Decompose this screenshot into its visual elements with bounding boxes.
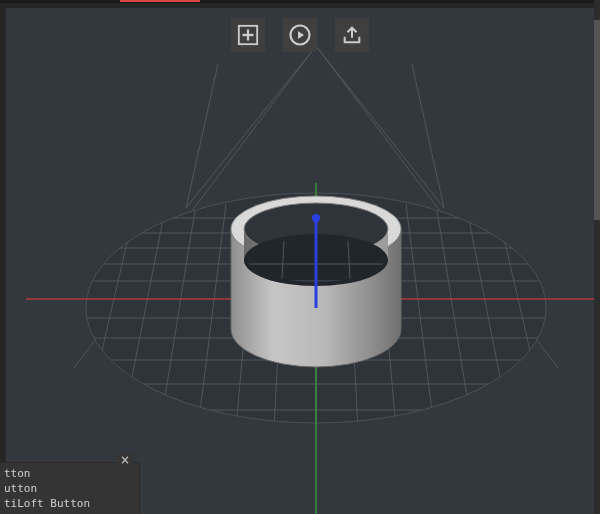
vertical-scrollbar-thumb[interactable] bbox=[594, 20, 600, 220]
plus-icon bbox=[237, 24, 259, 46]
log-line: tiLoft Button bbox=[4, 496, 135, 511]
svg-line-4 bbox=[186, 64, 218, 208]
scene-canvas[interactable] bbox=[6, 8, 594, 514]
log-line: utton bbox=[4, 481, 135, 496]
upload-icon bbox=[341, 24, 363, 46]
svg-line-5 bbox=[412, 64, 444, 208]
export-button[interactable] bbox=[335, 18, 369, 52]
vertical-scrollbar-track[interactable] bbox=[594, 0, 600, 514]
viewport-3d[interactable] bbox=[6, 8, 594, 514]
svg-line-1 bbox=[186, 46, 316, 208]
add-preset-button[interactable] bbox=[231, 18, 265, 52]
play-button[interactable] bbox=[283, 18, 317, 52]
gizmo-handle-z[interactable] bbox=[312, 214, 320, 222]
viewport-toolbar bbox=[231, 18, 369, 52]
svg-marker-45 bbox=[298, 31, 304, 39]
log-line: tton bbox=[4, 466, 135, 481]
play-circle-icon bbox=[288, 23, 312, 47]
window-titlebar-edge bbox=[0, 0, 594, 3]
svg-line-2 bbox=[316, 46, 444, 208]
log-close-button[interactable]: × bbox=[117, 453, 133, 469]
log-panel: × tton utton tiLoft Button bbox=[0, 462, 140, 514]
